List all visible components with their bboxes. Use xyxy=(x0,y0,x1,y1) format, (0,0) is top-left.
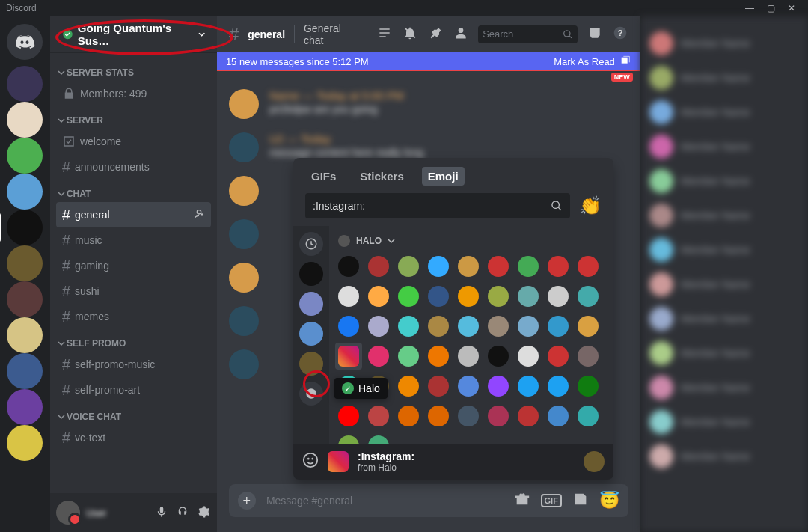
home-button[interactable] xyxy=(7,24,43,60)
server-icon-0[interactable] xyxy=(7,66,43,102)
server-icon-7[interactable] xyxy=(7,317,43,353)
emoji-3[interactable] xyxy=(425,253,452,280)
gif-icon[interactable]: GIF xyxy=(541,494,562,507)
emoji-34[interactable] xyxy=(545,343,572,370)
channel-vc-text[interactable]: #vc-text xyxy=(56,425,211,450)
emoji-35[interactable] xyxy=(575,343,602,370)
emoji-25[interactable] xyxy=(545,313,572,340)
member-item[interactable]: Member Name xyxy=(646,132,802,162)
emoji-0[interactable] xyxy=(335,253,362,280)
emoji-33[interactable] xyxy=(515,343,542,370)
member-item[interactable]: Member Name xyxy=(646,407,802,437)
emoji-22[interactable] xyxy=(455,313,482,340)
emoji-12[interactable] xyxy=(425,283,452,310)
emoji-47[interactable] xyxy=(395,403,422,429)
channel-music[interactable]: #music xyxy=(56,227,211,253)
channel-sushi[interactable]: #sushi xyxy=(56,278,211,304)
server-emoji-category-2[interactable] xyxy=(299,292,323,316)
server-icon-3[interactable] xyxy=(7,174,43,210)
emoji-23[interactable] xyxy=(485,313,512,340)
emoji-server-header[interactable]: HALO xyxy=(335,232,607,250)
channel-self-promo-music[interactable]: #self-promo-music xyxy=(56,352,211,377)
emoji-29[interactable] xyxy=(395,343,422,370)
emoji-50[interactable] xyxy=(485,403,512,429)
new-messages-bar[interactable]: 15 new messages since 5:12 PM Mark As Re… xyxy=(217,52,640,70)
emoji-43[interactable] xyxy=(545,373,572,400)
member-item[interactable]: Member Name xyxy=(646,338,802,368)
emoji-31[interactable] xyxy=(455,343,482,370)
emoji-38[interactable] xyxy=(395,373,422,400)
member-item[interactable]: Member Name xyxy=(646,97,802,127)
server-icon-10[interactable] xyxy=(7,425,43,461)
sticker-icon[interactable] xyxy=(572,491,589,511)
category-server[interactable]: SERVER xyxy=(56,106,211,129)
mark-as-read[interactable]: Mark As Read xyxy=(554,56,615,67)
channel-general[interactable]: #general xyxy=(56,202,211,227)
emoji-52[interactable] xyxy=(545,403,572,429)
emoji-26[interactable] xyxy=(575,313,602,340)
emoji-10[interactable] xyxy=(365,283,392,310)
server-emoji-category-halo[interactable] xyxy=(299,352,323,376)
emoji-5[interactable] xyxy=(485,253,512,280)
category-server-stats[interactable]: SERVER STATS xyxy=(56,58,211,81)
server-emoji-category-1[interactable] xyxy=(299,262,323,286)
emoji-30[interactable] xyxy=(425,343,452,370)
attach-button[interactable]: + xyxy=(238,492,256,510)
emoji-13[interactable] xyxy=(455,283,482,310)
notifications-icon[interactable] xyxy=(402,25,418,43)
emoji-39[interactable] xyxy=(425,373,452,400)
member-item[interactable]: Member Name xyxy=(646,304,802,334)
emoji-search-input[interactable]: :Instagram: xyxy=(305,193,570,218)
emoji-19[interactable] xyxy=(365,313,392,340)
member-item[interactable]: Member Name xyxy=(646,235,802,265)
member-item[interactable]: Member Name xyxy=(646,63,802,93)
people-emoji-category[interactable] xyxy=(299,382,323,406)
window-minimize[interactable]: — xyxy=(739,3,760,13)
channel-memes[interactable]: #memes xyxy=(56,304,211,329)
members-icon[interactable] xyxy=(453,25,469,43)
emoji-40[interactable] xyxy=(455,373,482,400)
emoji-55[interactable] xyxy=(365,432,392,444)
emoji-54[interactable] xyxy=(335,432,362,444)
emoji-27[interactable] xyxy=(335,343,362,370)
category-self-promo[interactable]: SELF PROMO xyxy=(56,329,211,352)
server-icon-6[interactable] xyxy=(7,281,43,317)
channel-announcements[interactable]: #announcements xyxy=(56,154,211,180)
recent-emoji-category[interactable] xyxy=(299,232,323,256)
emoji-15[interactable] xyxy=(515,283,542,310)
inbox-icon[interactable] xyxy=(587,25,603,43)
channel-self-promo-art[interactable]: #self-promo-art xyxy=(56,377,211,403)
channel-members-499[interactable]: Members: 499 xyxy=(56,81,211,106)
member-item[interactable]: Member Name xyxy=(646,269,802,299)
emoji-21[interactable] xyxy=(425,313,452,340)
gift-icon[interactable] xyxy=(514,491,530,511)
server-icon-1[interactable] xyxy=(7,102,43,138)
emoji-48[interactable] xyxy=(425,403,452,429)
server-icon-2[interactable] xyxy=(7,138,43,174)
tab-stickers[interactable]: Stickers xyxy=(354,167,409,186)
window-maximize[interactable]: ▢ xyxy=(760,3,781,13)
channel-gaming[interactable]: #gaming xyxy=(56,253,211,278)
deafen-icon[interactable] xyxy=(175,505,190,521)
member-item[interactable]: Member Name xyxy=(646,373,802,403)
server-header[interactable]: Going Quantum's Sus… xyxy=(50,16,217,52)
settings-icon[interactable] xyxy=(196,505,211,521)
help-icon[interactable]: ? xyxy=(612,25,628,43)
emoji-24[interactable] xyxy=(515,313,542,340)
server-icon-4[interactable] xyxy=(7,210,43,245)
server-icon-9[interactable] xyxy=(7,389,43,425)
emoji-17[interactable] xyxy=(575,283,602,310)
member-item[interactable]: Member Name xyxy=(646,28,802,58)
tab-emoji[interactable]: Emoji xyxy=(422,167,465,186)
emoji-51[interactable] xyxy=(515,403,542,429)
emoji-11[interactable] xyxy=(395,283,422,310)
member-item[interactable]: Member Name xyxy=(646,201,802,230)
skin-tone-picker[interactable]: 👏 xyxy=(579,195,602,216)
self-avatar[interactable] xyxy=(56,501,80,525)
window-close[interactable]: ✕ xyxy=(781,3,802,13)
emoji-8[interactable] xyxy=(575,253,602,280)
emoji-44[interactable] xyxy=(575,373,602,400)
emoji-18[interactable] xyxy=(335,313,362,340)
emoji-42[interactable] xyxy=(515,373,542,400)
emoji-4[interactable] xyxy=(455,253,482,280)
